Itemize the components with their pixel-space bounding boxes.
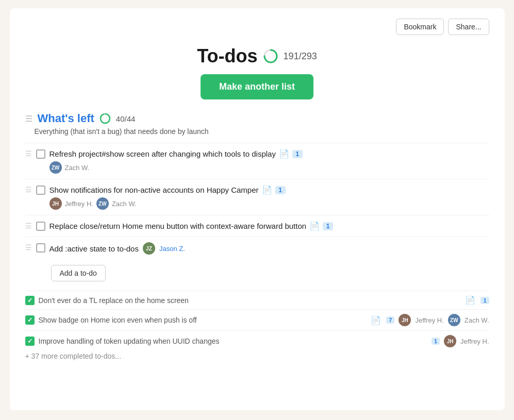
comment-badge: 1	[323, 222, 333, 230]
comment-badge: 1	[480, 297, 489, 304]
todo-text: Show notifications for non-active accoun…	[49, 184, 259, 195]
comment-badge: 1	[432, 338, 440, 345]
todo-text: Add :active state to to-dos	[49, 243, 139, 254]
main-progress-count: 191/293	[284, 51, 317, 62]
avatar: JH	[444, 335, 456, 347]
bookmark-button[interactable]: Bookmark	[396, 19, 444, 35]
assignee-name: Jeffrey H.	[460, 338, 489, 345]
assignee-name: Jason Z.	[159, 245, 185, 253]
drag-handle-icon[interactable]: ☰	[25, 186, 32, 194]
page-header: To-dos 191/293 Make another list	[25, 45, 489, 99]
comment-badge: 7	[386, 316, 394, 324]
page-title: To-dos	[197, 45, 257, 67]
doc-icon: 📄	[279, 149, 289, 159]
todo-checkbox[interactable]	[36, 243, 45, 253]
completed-text: Show badge on Home icon even when push i…	[39, 316, 367, 324]
drag-handle-icon[interactable]: ☰	[25, 243, 32, 251]
avatar: ZW	[49, 161, 62, 174]
top-actions: Bookmark Share...	[25, 19, 489, 35]
doc-icon: 📄	[465, 295, 475, 305]
active-todo-list: ☰ Refresh project#show screen after chan…	[25, 143, 489, 260]
share-button[interactable]: Share...	[448, 19, 489, 35]
completed-todo-item: ✓ Show badge on Home icon even when push…	[25, 309, 489, 330]
todo-meta: JH Jeffrey H. ZW Zach W.	[49, 197, 489, 210]
drag-handle-icon[interactable]: ☰	[25, 114, 32, 124]
title-row: To-dos 191/293	[25, 45, 489, 67]
todo-content: Refresh project#show screen after changi…	[49, 148, 489, 174]
completed-todo-item: ✓ Don't ever do a TL replace on the home…	[25, 291, 489, 309]
avatar: ZW	[448, 314, 460, 326]
main-progress-circle	[263, 48, 278, 64]
todo-content: Show notifications for non-active accoun…	[49, 184, 489, 210]
todo-checkbox[interactable]	[36, 222, 45, 231]
avatar: JH	[49, 197, 62, 210]
assignee-name: Jeffrey H.	[65, 200, 93, 208]
drag-handle-icon[interactable]: ☰	[25, 222, 32, 230]
list-description: Everything (that isn't a bug) that needs…	[35, 127, 489, 136]
completed-todo-item: ✓ Improve handling of token updating whe…	[25, 330, 489, 351]
todo-checkbox[interactable]	[36, 186, 45, 195]
todo-item: ☰ Add :active state to to-dos JZ Jason Z…	[25, 237, 489, 260]
completed-checkbox: ✓	[25, 315, 35, 325]
todo-checkbox[interactable]	[36, 149, 45, 159]
list-progress-count: 40/44	[116, 114, 136, 123]
todo-item: ☰ Refresh project#show screen after chan…	[25, 143, 489, 179]
list-title-link[interactable]: What's left	[38, 112, 94, 125]
completed-checkbox: ✓	[25, 296, 35, 305]
list-header: ☰ What's left 40/44	[25, 112, 489, 125]
todo-item: ☰ Show notifications for non-active acco…	[25, 179, 489, 215]
page-container: Bookmark Share... To-dos 191/293 Make an…	[10, 8, 505, 410]
avatar: ZW	[96, 197, 109, 210]
todo-item: ☰ Replace close/return Home menu button …	[25, 215, 489, 237]
list-progress-circle	[100, 113, 111, 124]
more-completed-link[interactable]: + 37 more completed to-dos...	[25, 352, 121, 360]
todo-content: Add :active state to to-dos JZ Jason Z.	[49, 242, 489, 255]
drag-handle-icon[interactable]: ☰	[25, 149, 32, 158]
todo-meta: ZW Zach W.	[49, 161, 489, 174]
assignee-name: Zach W.	[465, 316, 489, 324]
doc-icon: 📄	[371, 315, 381, 325]
make-another-list-button[interactable]: Make another list	[201, 74, 313, 99]
svg-point-3	[101, 114, 110, 123]
doc-icon: 📄	[262, 185, 272, 195]
assignee-name: Jeffrey H.	[415, 316, 443, 324]
completed-checkbox: ✓	[25, 337, 35, 346]
completed-text: Don't ever do a TL replace on the home s…	[39, 296, 461, 305]
assignee-name: Zach W.	[112, 200, 137, 208]
completed-section: ✓ Don't ever do a TL replace on the home…	[25, 291, 489, 351]
todo-content: Replace close/return Home menu button wi…	[49, 221, 489, 231]
assignee-name: Zach W.	[65, 164, 90, 172]
comment-badge: 1	[275, 186, 286, 194]
add-todo-button[interactable]: Add a to-do	[51, 265, 106, 281]
todo-list-section: ☰ What's left 40/44 Everything (that isn…	[25, 112, 489, 361]
todo-text: Refresh project#show screen after changi…	[49, 148, 276, 159]
avatar: JH	[399, 314, 411, 326]
avatar: JZ	[143, 242, 155, 255]
doc-icon: 📄	[309, 221, 320, 231]
completed-text: Improve handling of token updating when …	[39, 337, 426, 345]
comment-badge: 1	[292, 150, 303, 158]
todo-text: Replace close/return Home menu button wi…	[49, 221, 307, 231]
